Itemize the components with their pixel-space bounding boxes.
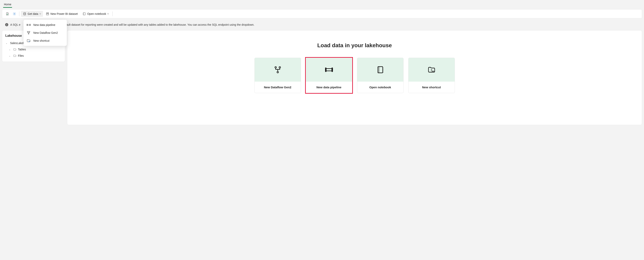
separator (112, 12, 113, 16)
shortcut-folder-icon (428, 66, 436, 74)
open-notebook-button[interactable]: Open notebook ▽ (80, 11, 111, 17)
svg-point-18 (279, 67, 280, 68)
card-row: New Dataflow Gen2 New data pipeline (73, 58, 636, 93)
card-label: Open notebook (357, 82, 403, 93)
dropdown-label: New Dataflow Gen2 (33, 31, 58, 34)
dropdown-item-new-shortcut[interactable]: New shortcut (24, 37, 67, 45)
new-dataset-button[interactable]: New Power BI dataset (44, 11, 80, 17)
svg-point-16 (29, 42, 30, 42)
get-data-dropdown: New data pipeline New Dataflow Gen2 New … (24, 20, 67, 46)
card-label: New data pipeline (306, 82, 352, 93)
dropdown-label: New data pipeline (33, 23, 55, 27)
dropdown-item-new-pipeline[interactable]: New data pipeline (24, 21, 67, 29)
card-new-pipeline[interactable]: New data pipeline (306, 58, 352, 93)
ribbon: Get data ▽ New Power BI dataset Open not… (2, 9, 642, 18)
tree-files-label: Files (18, 54, 24, 57)
notebook-icon (82, 12, 86, 16)
svg-point-4 (47, 13, 48, 13)
get-data-button[interactable]: Get data ▽ (21, 11, 43, 17)
card-label: New shortcut (408, 82, 455, 93)
dropdown-item-new-dataflow[interactable]: New Dataflow Gen2 (24, 29, 67, 37)
svg-rect-20 (326, 69, 332, 71)
info-icon: i (5, 23, 8, 26)
settings-icon[interactable] (11, 11, 18, 17)
new-dataset-label: New Power BI dataset (50, 12, 78, 16)
folder-icon (13, 48, 16, 51)
dataset-icon (46, 12, 49, 16)
tab-home[interactable]: Home (3, 2, 12, 8)
svg-point-19 (277, 71, 278, 73)
chevron-down-icon: ▽ (40, 13, 41, 15)
hero-title: Load data in your lakehouse (73, 42, 636, 49)
svg-point-3 (47, 13, 47, 13)
svg-point-15 (28, 33, 29, 34)
pipeline-icon (27, 23, 30, 27)
svg-rect-10 (27, 25, 30, 26)
shortcut-folder-icon (27, 39, 30, 43)
dataflow-icon (27, 31, 30, 35)
pipeline-icon (324, 65, 334, 74)
folder-icon (13, 54, 16, 57)
database-icon (23, 12, 26, 16)
info-text-prefix: A SQL e (10, 23, 20, 26)
dropdown-label: New shortcut (33, 39, 50, 42)
refresh-page-icon[interactable] (4, 11, 10, 17)
svg-point-1 (24, 13, 26, 14)
svg-point-0 (14, 14, 15, 15)
svg-point-8 (48, 14, 48, 14)
card-new-shortcut[interactable]: New shortcut (408, 58, 455, 93)
info-bar: i A SQL eefault dataset for reporting we… (2, 21, 642, 28)
tree-tables[interactable]: ⌄ Tables (4, 46, 63, 53)
card-label: New Dataflow Gen2 (255, 82, 301, 93)
svg-rect-23 (378, 67, 383, 73)
tree-files[interactable]: ⌄ Files (4, 53, 63, 59)
chevron-down-icon: ⌄ (9, 55, 12, 57)
svg-point-17 (275, 67, 276, 68)
card-open-notebook[interactable]: Open notebook (357, 58, 404, 93)
notebook-icon (376, 66, 384, 74)
svg-point-5 (48, 13, 48, 13)
svg-rect-14 (29, 31, 30, 32)
card-new-dataflow[interactable]: New Dataflow Gen2 (254, 58, 301, 93)
chevron-down-icon: ⌄ (9, 48, 12, 51)
svg-point-6 (47, 14, 47, 14)
svg-rect-13 (27, 31, 28, 32)
chevron-down-icon: ⌄ (6, 42, 8, 44)
top-tabs: Home (0, 0, 644, 8)
info-text: efault dataset for reporting were create… (64, 23, 254, 26)
dataflow-icon (274, 66, 282, 74)
get-data-label: Get data (28, 12, 38, 16)
main-canvas: Load data in your lakehouse New Dataflow… (67, 30, 642, 125)
tree-tables-label: Tables (18, 48, 26, 51)
open-notebook-label: Open notebook (87, 12, 106, 16)
chevron-down-icon: ▽ (107, 13, 109, 15)
svg-point-7 (47, 14, 48, 14)
